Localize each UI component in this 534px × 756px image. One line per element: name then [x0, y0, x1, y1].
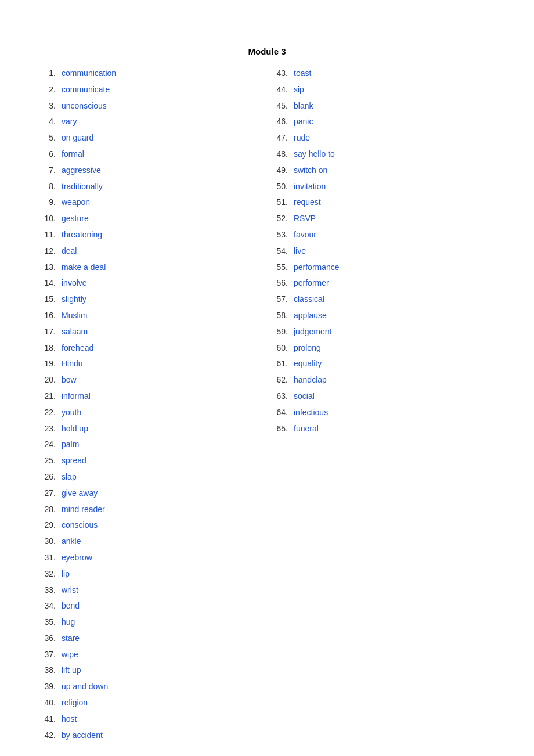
list-number: 3.: [35, 99, 56, 113]
list-word[interactable]: informal: [62, 390, 91, 404]
list-word[interactable]: performer: [294, 276, 329, 290]
list-word[interactable]: social: [294, 390, 315, 404]
list-word[interactable]: sip: [294, 83, 304, 97]
list-number: 9.: [35, 196, 56, 210]
list-number: 1.: [35, 67, 56, 81]
list-word[interactable]: live: [294, 244, 306, 258]
list-word[interactable]: slap: [62, 470, 77, 484]
list-word[interactable]: religion: [62, 696, 88, 710]
list-word[interactable]: eyebrow: [62, 551, 92, 565]
list-number: 31.: [35, 551, 56, 565]
list-word[interactable]: host: [62, 712, 77, 726]
list-number: 29.: [35, 519, 56, 532]
list-word[interactable]: bend: [62, 599, 80, 613]
list-word[interactable]: hug: [62, 615, 75, 629]
list-word[interactable]: invitation: [294, 180, 326, 194]
list-word[interactable]: stare: [62, 632, 80, 646]
list-word[interactable]: mind reader: [62, 503, 105, 517]
list-word[interactable]: wrist: [62, 584, 78, 597]
list-number: 14.: [35, 276, 56, 290]
list-word[interactable]: RSVP: [294, 212, 316, 226]
list-number: 21.: [35, 390, 56, 404]
list-item: 29.conscious: [35, 519, 267, 532]
list-word[interactable]: lip: [62, 567, 70, 581]
list-number: 58.: [267, 309, 288, 323]
list-word[interactable]: deal: [62, 244, 77, 258]
list-word[interactable]: slightly: [62, 293, 86, 307]
list-item: 48.say hello to: [267, 147, 499, 161]
list-word[interactable]: up and down: [62, 680, 108, 694]
list-word[interactable]: infectious: [294, 406, 328, 420]
list-item: 14.involve: [35, 276, 267, 290]
list-word[interactable]: involve: [62, 276, 87, 290]
list-word[interactable]: funeral: [294, 422, 319, 436]
list-word[interactable]: weapon: [62, 196, 90, 210]
list-word[interactable]: spread: [62, 454, 86, 468]
list-item: 11.threatening: [35, 228, 267, 242]
list-number: 43.: [267, 67, 288, 81]
list-number: 34.: [35, 599, 56, 613]
list-item: 35.hug: [35, 615, 267, 629]
list-number: 37.: [35, 648, 56, 662]
list-item: 43.toast: [267, 67, 499, 81]
list-word[interactable]: classical: [294, 293, 324, 307]
list-item: 33.wrist: [35, 584, 267, 597]
list-word[interactable]: gesture: [62, 212, 89, 226]
list-word[interactable]: make a deal: [62, 261, 106, 275]
list-number: 65.: [267, 422, 288, 436]
list-word[interactable]: ankle: [62, 535, 81, 549]
list-word[interactable]: judgement: [294, 325, 331, 339]
list-word[interactable]: salaam: [62, 325, 88, 339]
list-item: 12.deal: [35, 244, 267, 258]
list-word[interactable]: equality: [294, 357, 322, 371]
list-item: 13.make a deal: [35, 261, 267, 275]
list-item: 59.judgement: [267, 325, 499, 339]
list-item: 6.formal: [35, 147, 267, 161]
list-number: 55.: [267, 261, 288, 275]
list-word[interactable]: blank: [294, 99, 313, 113]
list-number: 16.: [35, 309, 56, 323]
list-word[interactable]: prolong: [294, 341, 321, 355]
list-word[interactable]: favour: [294, 228, 316, 242]
list-word[interactable]: toast: [294, 67, 311, 81]
list-item: 52.RSVP: [267, 212, 499, 226]
list-word[interactable]: formal: [62, 147, 84, 161]
list-word[interactable]: wipe: [62, 648, 78, 662]
list-word[interactable]: aggressive: [62, 164, 101, 178]
list-item: 1.communication: [35, 67, 267, 81]
list-word[interactable]: applause: [294, 309, 327, 323]
list-word[interactable]: say hello to: [294, 147, 335, 161]
list-word[interactable]: bow: [62, 373, 77, 387]
list-word[interactable]: on guard: [62, 131, 93, 145]
list-word[interactable]: vary: [62, 115, 77, 129]
list-number: 6.: [35, 147, 56, 161]
list-word[interactable]: hold up: [62, 422, 88, 436]
list-word[interactable]: Muslim: [62, 309, 87, 323]
list-word[interactable]: performance: [294, 261, 340, 275]
list-word[interactable]: Hindu: [62, 357, 83, 371]
list-word[interactable]: threatening: [62, 228, 102, 242]
list-word[interactable]: handclap: [294, 373, 327, 387]
list-word[interactable]: by accident: [62, 729, 103, 743]
list-number: 25.: [35, 454, 56, 468]
list-word[interactable]: palm: [62, 438, 79, 452]
list-item: 55.performance: [267, 261, 499, 275]
list-word[interactable]: unconscious: [62, 99, 107, 113]
list-number: 60.: [267, 341, 288, 355]
list-item: 10.gesture: [35, 212, 267, 226]
list-word[interactable]: request: [294, 196, 321, 210]
list-word[interactable]: panic: [294, 115, 313, 129]
list-word[interactable]: conscious: [62, 519, 98, 532]
list-word[interactable]: lift up: [62, 664, 81, 678]
list-number: 32.: [35, 567, 56, 581]
list-word[interactable]: forehead: [62, 341, 93, 355]
list-word[interactable]: youth: [62, 406, 81, 420]
list-word[interactable]: traditionally: [62, 180, 103, 194]
list-word[interactable]: communicate: [62, 83, 110, 97]
list-word[interactable]: communication: [62, 67, 116, 81]
list-number: 50.: [267, 180, 288, 194]
list-word[interactable]: rude: [294, 131, 310, 145]
list-word[interactable]: switch on: [294, 164, 327, 178]
list-item: 64.infectious: [267, 406, 499, 420]
list-word[interactable]: give away: [62, 487, 98, 501]
